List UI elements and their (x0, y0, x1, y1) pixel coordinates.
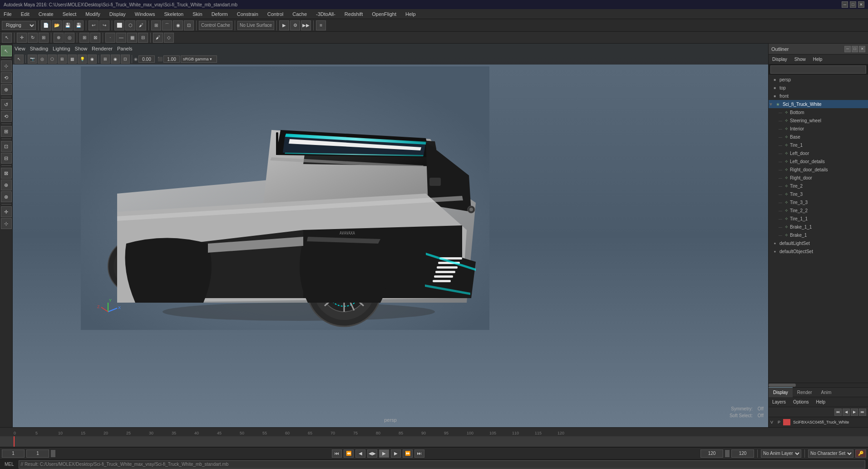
save-file-button[interactable]: 💾 (63, 20, 73, 30)
outliner-search-input[interactable] (770, 65, 866, 74)
outliner-hscroll-thumb[interactable] (769, 384, 796, 387)
vp-colorspace-dropdown[interactable]: sRGB gamma ▾ (181, 55, 217, 63)
vp-menu-shading[interactable]: Shading (30, 46, 48, 51)
outliner-nav-next[interactable]: ▶ (851, 409, 858, 416)
vp-xray-btn[interactable]: ⊡ (121, 55, 130, 64)
vp-snap-pt-btn[interactable]: ◉ (111, 55, 120, 64)
soft-mod-button[interactable]: ◎ (64, 33, 74, 43)
vp-texture-btn[interactable]: ▦ (68, 55, 77, 64)
tree-item-leftdoor[interactable]: — ⟡ Left_door (769, 149, 868, 157)
pivot-tool[interactable]: ✛ (1, 206, 12, 217)
prev-key-button[interactable]: ◀ (355, 449, 365, 458)
vp-select-btn[interactable]: ↖ (15, 55, 24, 64)
menu-file[interactable]: File (2, 10, 14, 18)
paint-select-button[interactable]: 🖌 (136, 20, 146, 30)
vp-shading-btn[interactable]: ◉ (88, 55, 97, 64)
face-select-button[interactable]: ▦ (127, 33, 137, 43)
outliner-nav-prev-prev[interactable]: ⏮ (834, 409, 842, 416)
menu-select[interactable]: Select (61, 10, 79, 18)
vp-gamma-input[interactable] (163, 55, 180, 63)
select-tool[interactable]: ↖ (1, 45, 12, 56)
menu-control[interactable]: Control (266, 10, 285, 18)
rotate-tool[interactable]: ↺ (1, 99, 12, 110)
vp-smooth-btn[interactable]: ⊞ (58, 55, 67, 64)
joint-tool-button[interactable]: ◇ (164, 33, 174, 43)
ipr-render-button[interactable]: ▶▶ (301, 20, 311, 30)
paint-tool[interactable]: ⟲ (1, 72, 12, 83)
tree-item-rightdoor-details[interactable]: — ⟡ Right_door_details (769, 165, 868, 174)
anim-layer-dropdown[interactable]: No Anim Layer (761, 449, 801, 458)
menu-deform[interactable]: Deform (210, 10, 230, 18)
timeline-start-input[interactable] (2, 449, 25, 458)
tree-item-defaultobjectset[interactable]: ● defaultObjectSet (769, 247, 868, 255)
show-manipulator-button[interactable]: ⊞ (79, 33, 89, 43)
prev-frame-button[interactable]: ⏪ (344, 449, 354, 458)
tree-item-interior[interactable]: — ⟡ Interior (769, 125, 868, 133)
tree-item-tire2[interactable]: — ⟡ Tire_2 (769, 182, 868, 190)
play-back-button[interactable]: ◀▶ (367, 449, 377, 458)
layers-menu-options[interactable]: Options (791, 399, 810, 405)
move-tool-button[interactable]: ✛ (17, 33, 27, 43)
tree-item-persp[interactable]: ■ persp (769, 75, 868, 84)
outliner-resize-btn[interactable]: □ (852, 46, 858, 52)
vertex-select-button[interactable]: · (105, 33, 115, 43)
rotate-tool-button[interactable]: ↻ (28, 33, 38, 43)
open-file-button[interactable]: 📂 (52, 20, 62, 30)
snap-point-button[interactable]: ◉ (173, 20, 183, 30)
layers-menu-layers[interactable]: Layers (770, 399, 788, 405)
menu-skeleton[interactable]: Skeleton (162, 10, 185, 18)
vp-menu-show[interactable]: Show (75, 46, 88, 51)
outliner-nav-prev[interactable]: ◀ (843, 409, 850, 416)
vp-isolate-btn[interactable]: ◎ (38, 55, 47, 64)
outliner-menu-display[interactable]: Display (770, 56, 789, 63)
select-mode-button[interactable]: ⬜ (114, 20, 124, 30)
tree-item-base[interactable]: — ⟡ Base (769, 133, 868, 141)
menu-openflight[interactable]: OpenFlight (370, 10, 398, 18)
goto-start-button[interactable]: ⏮ (332, 449, 342, 458)
undo-button[interactable]: ↩ (89, 20, 99, 30)
edge-select-button[interactable]: — (116, 33, 126, 43)
menu-redshift[interactable]: Redshift (343, 10, 365, 18)
custom-tool-3[interactable]: ⊠ (1, 168, 12, 179)
menu-display[interactable]: Display (108, 10, 128, 18)
show-ui-elements-button[interactable]: ≡ (316, 20, 326, 30)
viewport[interactable]: View Shading Lighting Show Renderer Pane… (13, 44, 768, 427)
outliner-tab-anim[interactable]: Anim (817, 387, 836, 397)
close-button[interactable]: ✕ (858, 1, 864, 8)
custom-tool-4[interactable]: ⊕ (1, 180, 12, 190)
snap-curve-button[interactable]: ⌒ (162, 20, 172, 30)
outliner-minimize-btn[interactable]: ─ (844, 46, 851, 52)
tree-item-top[interactable]: ■ top (769, 84, 868, 92)
move-tool[interactable]: ⊕ (1, 84, 12, 95)
tree-item-brake1[interactable]: — ⟡ Brake_1 (769, 231, 868, 239)
timeline-end-input[interactable] (700, 449, 723, 458)
vp-menu-renderer[interactable]: Renderer (92, 46, 113, 51)
autokey-button[interactable]: 🔑 (855, 449, 866, 458)
menu-help[interactable]: Help (404, 10, 418, 18)
tree-item-tire1[interactable]: — ⟡ Tire_1 (769, 141, 868, 149)
new-file-button[interactable]: 📄 (41, 20, 51, 30)
menu-create[interactable]: Create (37, 10, 55, 18)
snap-grid-button[interactable]: ⊞ (151, 20, 161, 30)
tree-item-steering[interactable]: — ⟡ Steering_wheel (769, 116, 868, 125)
outliner-close-btn[interactable]: ✕ (859, 46, 865, 52)
timeline-track[interactable] (0, 436, 868, 447)
vp-menu-lighting[interactable]: Lighting (53, 46, 70, 51)
tree-item-front[interactable]: ■ front (769, 92, 868, 100)
outliner-tab-render[interactable]: Render (793, 387, 817, 397)
play-forward-button[interactable]: ▶ (379, 449, 389, 458)
save-as-button[interactable]: 💾 (74, 20, 84, 30)
goto-end-button[interactable]: ⏭ (414, 449, 424, 458)
next-key-button[interactable]: ▶ (391, 449, 401, 458)
character-set-dropdown[interactable]: No Character Set (808, 449, 853, 458)
hide-manip-button[interactable]: ⊠ (90, 33, 100, 43)
next-frame-button[interactable]: ⏩ (403, 449, 413, 458)
tree-item-tire3[interactable]: — ⟡ Tire_3 (769, 190, 868, 198)
vp-snap-grid-btn[interactable]: ⊞ (101, 55, 110, 64)
menu-cache[interactable]: Cache (291, 10, 309, 18)
menu-skin[interactable]: Skin (191, 10, 204, 18)
scale-tool[interactable]: ⟲ (1, 111, 12, 122)
outliner-tab-display[interactable]: Display (769, 387, 793, 397)
menu-windows[interactable]: Windows (133, 10, 157, 18)
redo-button[interactable]: ↪ (99, 20, 109, 30)
